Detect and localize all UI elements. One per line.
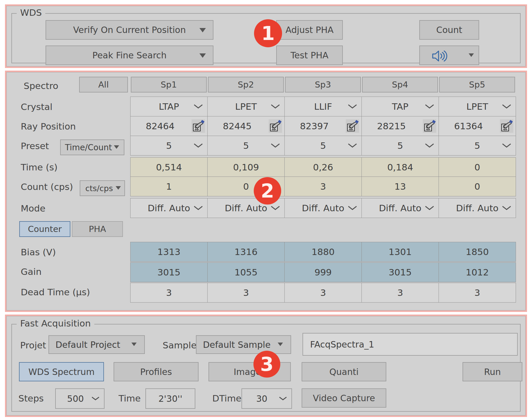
steps-dropdown[interactable]: 500: [55, 388, 105, 409]
calculator-hand-icon[interactable]: [423, 119, 436, 133]
bias-field-sp2[interactable]: 1316: [207, 242, 285, 262]
bias-field-sp1[interactable]: 1313: [130, 242, 208, 262]
bias-field-sp3[interactable]: 1880: [284, 242, 362, 262]
ray-position-field-sp2[interactable]: 82445: [207, 116, 285, 136]
mode-select-sp5[interactable]: Diff. Auto: [439, 198, 516, 218]
chevron-down-icon: [425, 205, 434, 211]
count-button[interactable]: Count: [419, 20, 479, 40]
dead-time-field-sp5[interactable]: 3: [439, 283, 516, 303]
spectro-header-sp3[interactable]: Sp3: [285, 77, 361, 92]
steps-value: 500: [67, 394, 84, 404]
spectro-header-sp2[interactable]: Sp2: [208, 77, 284, 92]
mode-value: Diff. Auto: [379, 203, 422, 213]
crystal-select-sp2[interactable]: LPET: [207, 97, 285, 116]
steps-label: Steps: [18, 393, 44, 404]
annotation-badge-1: 1: [254, 19, 282, 47]
test-pha-button[interactable]: Test PHA: [276, 46, 343, 65]
calculator-hand-icon[interactable]: [269, 119, 282, 133]
tab-counter[interactable]: Counter: [19, 221, 70, 237]
chevron-down-icon: [425, 143, 434, 148]
crystal-select-sp4[interactable]: TAP: [361, 97, 439, 116]
dead-time-field-sp2[interactable]: 3: [207, 283, 285, 303]
spectro-header-sp4[interactable]: Sp4: [362, 77, 438, 92]
spectro-all-label: All: [98, 80, 109, 90]
dtime-dropdown[interactable]: 30: [241, 388, 292, 409]
quanti-button[interactable]: Quanti: [302, 362, 386, 381]
ray-position-field-sp4[interactable]: 28215: [361, 116, 439, 136]
preset-select-sp2[interactable]: 5: [207, 136, 285, 156]
gain-value: 999: [314, 267, 332, 277]
preset-select-sp4[interactable]: 5: [361, 136, 439, 156]
crystal-select-sp3[interactable]: LLIF: [284, 97, 362, 116]
gain-field-sp3[interactable]: 999: [284, 262, 362, 282]
adjust-pha-button[interactable]: Adjust PHA: [276, 20, 343, 40]
gain-field-sp5[interactable]: 1012: [439, 262, 516, 282]
mode-select-sp4[interactable]: Diff. Auto: [361, 198, 439, 218]
gain-row-label: Gain: [21, 266, 41, 277]
bias-field-sp4[interactable]: 1301: [361, 242, 439, 262]
preset-value: 5: [320, 140, 326, 151]
ray-position-field-sp1[interactable]: 82464: [130, 116, 208, 136]
sp2-label: Sp2: [238, 80, 254, 90]
mode-select-sp3[interactable]: Diff. Auto: [284, 198, 362, 218]
spectro-header-sp1[interactable]: Sp1: [131, 77, 207, 92]
gain-field-sp4[interactable]: 3015: [361, 262, 439, 282]
preset-select-sp5[interactable]: 5: [439, 136, 516, 156]
gain-field-sp2[interactable]: 1055: [207, 262, 285, 282]
chevron-down-icon: [502, 205, 512, 211]
dead-time-field-sp4[interactable]: 3: [361, 283, 439, 303]
peak-fine-search-dropdown[interactable]: Peak Fine Search: [46, 46, 213, 65]
mode-value: Diff. Auto: [302, 203, 345, 213]
preset-select-sp3[interactable]: 5: [284, 136, 362, 156]
calculator-hand-icon[interactable]: [500, 119, 513, 133]
sound-dropdown[interactable]: [419, 46, 479, 65]
spectro-all-button[interactable]: All: [79, 77, 128, 92]
video-capture-button[interactable]: Video Capture: [302, 388, 386, 408]
ray-position-field-sp3[interactable]: 82397: [284, 116, 362, 136]
count-readout-sp4: 13: [361, 177, 439, 196]
acquisition-name-input[interactable]: [302, 333, 518, 356]
chevron-down-icon: [279, 396, 287, 401]
count-value: 3: [320, 181, 326, 192]
spectro-header-sp5[interactable]: Sp5: [439, 77, 515, 92]
time-readout-sp3: 0,26: [284, 157, 362, 177]
verify-position-dropdown[interactable]: Verify On Current Position: [46, 20, 213, 40]
preset-select-sp1[interactable]: 5: [130, 136, 208, 156]
verify-position-label: Verify On Current Position: [73, 25, 186, 35]
tab-pha[interactable]: PHA: [72, 221, 123, 237]
chevron-down-icon: [193, 205, 203, 211]
time-readout-sp5: 0: [439, 157, 516, 177]
calculator-hand-icon[interactable]: [192, 119, 205, 133]
profiles-button[interactable]: Profiles: [114, 362, 199, 381]
tab-counter-label: Counter: [28, 224, 62, 234]
project-dropdown[interactable]: Default Project: [48, 335, 145, 354]
preset-value: 5: [474, 140, 480, 151]
sp4-label: Sp4: [392, 80, 408, 90]
count-row-label: Count (cps): [21, 181, 73, 192]
dead-time-field-sp1[interactable]: 3: [130, 283, 208, 303]
sample-dropdown[interactable]: Default Sample: [196, 335, 291, 354]
dead-time-field-sp3[interactable]: 3: [284, 283, 362, 303]
crystal-select-sp5[interactable]: LPET: [439, 97, 516, 116]
mode-select-sp1[interactable]: Diff. Auto: [130, 198, 208, 218]
crystal-value: TAP: [392, 101, 408, 112]
gain-field-sp1[interactable]: 3015: [130, 262, 208, 282]
count-value: 13: [394, 181, 406, 192]
time-input[interactable]: [145, 388, 195, 409]
preset-type-dropdown[interactable]: Time/Count: [60, 139, 124, 155]
count-value: 1: [166, 181, 172, 192]
tab-pha-label: PHA: [89, 224, 106, 234]
count-units-dropdown[interactable]: cts/cps: [80, 180, 125, 196]
ray-position-value: 82445: [223, 121, 252, 131]
run-button[interactable]: Run: [463, 362, 522, 381]
chevron-down-icon: [502, 104, 512, 109]
crystal-select-sp1[interactable]: LTAP: [130, 97, 208, 116]
sample-label: Sample: [163, 340, 197, 350]
wds-spectrum-button[interactable]: WDS Spectrum: [19, 362, 104, 381]
bias-field-sp5[interactable]: 1850: [439, 242, 516, 262]
count-value: 0: [474, 181, 480, 192]
ray-position-field-sp5[interactable]: 61364: [439, 116, 516, 136]
calculator-hand-icon[interactable]: [346, 119, 359, 133]
quanti-label: Quanti: [329, 367, 359, 377]
annotation-badge-3-number: 3: [260, 353, 274, 376]
